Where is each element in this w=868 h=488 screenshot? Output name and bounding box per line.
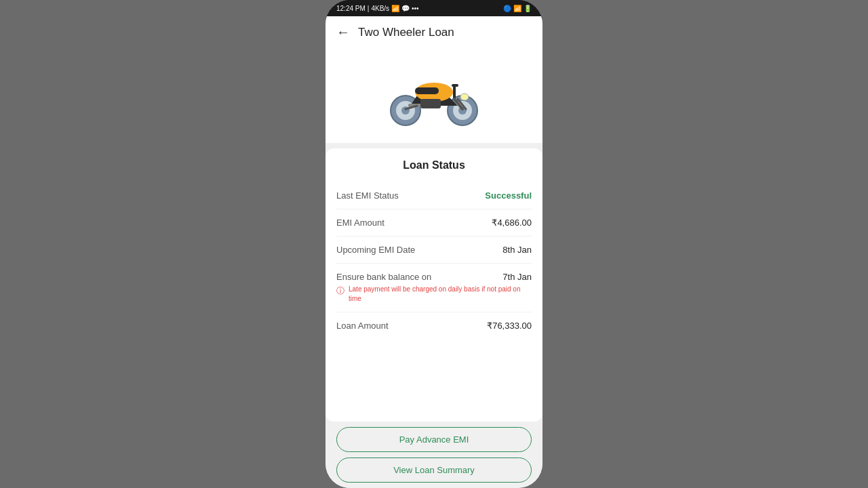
pay-advance-emi-button[interactable]: Pay Advance EMI [336, 427, 532, 452]
warning-row: ⓘ Late payment will be charged on daily … [336, 285, 532, 304]
status-left: 12:24 PM | 4KB/s 📶 💬 ••• [336, 5, 419, 12]
status-bar: 12:24 PM | 4KB/s 📶 💬 ••• 🔵 📶 🔋 [326, 0, 542, 16]
bank-balance-value: 7th Jan [502, 272, 532, 282]
emi-amount-value: ₹4,686.00 [492, 218, 532, 228]
page-title: Two Wheeler Loan [358, 26, 454, 39]
last-emi-label: Last EMI Status [336, 190, 485, 201]
upcoming-emi-value: 8th Jan [502, 245, 532, 255]
bank-balance-row: Ensure bank balance on 7th Jan ⓘ Late pa… [336, 264, 532, 312]
bank-balance-label: Ensure bank balance on [336, 272, 502, 282]
loan-amount-row: Loan Amount ₹76,333.00 [336, 312, 532, 339]
battery-icon: 🔋 [524, 5, 532, 12]
data-info: 4KB/s [371, 5, 389, 12]
card-title: Loan Status [336, 159, 532, 171]
loan-amount-label: Loan Amount [336, 321, 487, 331]
warning-text: Late payment will be charged on daily ba… [349, 285, 532, 304]
last-emi-value: Successful [485, 190, 532, 201]
button-section: Pay Advance EMI View Loan Summary [326, 422, 542, 488]
sim-icon: 📶 [391, 5, 399, 12]
svg-rect-10 [452, 84, 458, 87]
phone-frame: 12:24 PM | 4KB/s 📶 💬 ••• 🔵 📶 🔋 ← Two Whe… [326, 0, 542, 488]
svg-point-12 [460, 94, 469, 100]
top-bar: ← Two Wheeler Loan [326, 16, 542, 48]
bike-illustration [326, 48, 542, 143]
svg-rect-9 [453, 85, 456, 99]
other-icons: ••• [412, 5, 419, 12]
status-right: 🔵 📶 🔋 [503, 5, 532, 12]
svg-rect-8 [415, 87, 439, 94]
warning-icon: ⓘ [336, 285, 344, 297]
whatsapp-icon: 💬 [401, 5, 410, 12]
bluetooth-icon: 🔵 [503, 5, 511, 12]
svg-rect-13 [420, 99, 441, 108]
signal-icon: 📶 [513, 5, 521, 12]
upcoming-emi-label: Upcoming EMI Date [336, 245, 502, 255]
emi-amount-label: EMI Amount [336, 218, 492, 228]
loan-amount-value: ₹76,333.00 [487, 321, 532, 331]
upcoming-emi-row: Upcoming EMI Date 8th Jan [336, 237, 532, 264]
bike-svg [380, 62, 488, 129]
screen-content: ← Two Wheeler Loan [326, 16, 542, 488]
data-speed: | [368, 5, 370, 12]
loan-status-card: Loan Status Last EMI Status Successful E… [326, 148, 542, 422]
last-emi-status-row: Last EMI Status Successful [336, 182, 532, 209]
emi-amount-row: EMI Amount ₹4,686.00 [336, 209, 532, 237]
time: 12:24 PM [336, 5, 366, 12]
view-loan-summary-button[interactable]: View Loan Summary [336, 458, 532, 483]
back-button[interactable]: ← [336, 24, 350, 40]
